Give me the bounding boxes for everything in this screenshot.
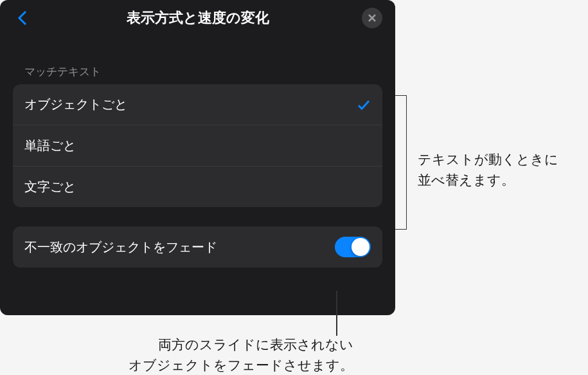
close-button[interactable] (362, 8, 382, 28)
fade-unmatched-row: 不一致のオブジェクトをフェード (13, 226, 382, 268)
panel-title: 表示方式と速度の変化 (127, 8, 269, 28)
callout-line-connector (336, 291, 337, 336)
callout-text: 両方のスライドに表示されない オブジェクトをフェードさせます。 (116, 334, 353, 375)
callout-text: テキストが動くときに 並べ替えます。 (418, 149, 558, 190)
close-icon (368, 14, 377, 23)
checkmark-icon (357, 98, 371, 112)
fade-unmatched-toggle[interactable] (335, 237, 371, 257)
callout-line: 並べ替えます。 (418, 172, 515, 187)
back-button[interactable] (13, 8, 32, 28)
panel-content: マッチテキスト オブジェクトごと 単語ごと 文字ごと 不一致のオブジェクトをフェ… (0, 35, 395, 280)
panel-header: 表示方式と速度の変化 (0, 0, 395, 35)
settings-panel: 表示方式と速度の変化 マッチテキスト オブジェクトごと 単語ごと 文字ごと (0, 0, 395, 315)
option-label: 単語ごと (24, 137, 76, 154)
option-by-word[interactable]: 単語ごと (13, 125, 382, 167)
section-label: マッチテキスト (13, 64, 382, 79)
callout-bracket (395, 95, 407, 230)
option-label: 文字ごと (24, 178, 76, 196)
callout-line: 両方のスライドに表示されない (158, 337, 353, 352)
option-by-character[interactable]: 文字ごと (13, 167, 382, 207)
match-text-options: オブジェクトごと 単語ごと 文字ごと (13, 84, 382, 207)
option-label: オブジェクトごと (24, 96, 127, 113)
option-by-object[interactable]: オブジェクトごと (13, 84, 382, 125)
callout-line: オブジェクトをフェードさせます。 (129, 358, 353, 372)
callout-line: テキストが動くときに (418, 152, 558, 167)
toggle-knob (352, 238, 370, 256)
toggle-label: 不一致のオブジェクトをフェード (24, 239, 217, 256)
chevron-left-icon (17, 10, 28, 26)
